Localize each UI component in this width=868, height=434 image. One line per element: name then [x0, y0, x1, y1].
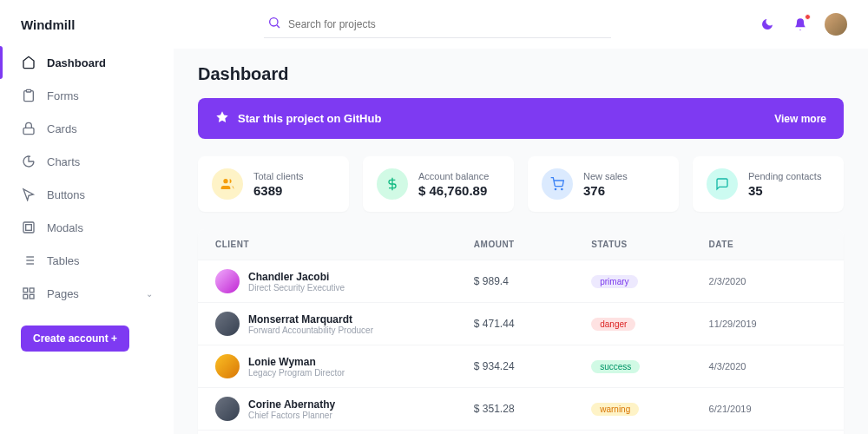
- stat-value: 376: [583, 183, 628, 198]
- search-icon: [267, 16, 281, 32]
- stat-label: Account balance: [418, 171, 489, 181]
- stat-icon: [707, 168, 738, 200]
- svg-rect-11: [30, 288, 34, 293]
- theme-toggle[interactable]: [759, 16, 776, 33]
- sidebar-item-charts[interactable]: Charts: [0, 145, 174, 178]
- client-role: Legacy Program Director: [248, 368, 345, 378]
- banner-link[interactable]: View more: [774, 113, 826, 125]
- stat-icon: [212, 168, 243, 200]
- brand-logo: Windmill: [0, 17, 174, 46]
- status-badge: primary: [591, 275, 637, 288]
- svg-point-18: [555, 188, 556, 189]
- github-banner[interactable]: Star this project on GitHub View more: [198, 98, 844, 139]
- sidebar-item-label: Buttons: [47, 188, 85, 201]
- sidebar-item-label: Cards: [47, 122, 77, 135]
- stat-card: Account balance$ 46,760.89: [363, 156, 514, 212]
- client-role: Forward Accountability Producer: [248, 326, 373, 335]
- client-date: 11/29/2019: [709, 319, 826, 329]
- stat-value: 6389: [253, 183, 303, 198]
- svg-point-19: [562, 188, 562, 189]
- stat-label: New sales: [583, 171, 628, 181]
- user-avatar[interactable]: [825, 13, 847, 36]
- sidebar-item-label: Charts: [47, 155, 80, 168]
- sidebar-item-label: Dashboard: [47, 56, 106, 69]
- create-account-button[interactable]: Create account +: [21, 326, 129, 352]
- table-row[interactable]: Corine AbernathyChief Factors Planner$ 3…: [198, 388, 844, 431]
- stat-value: 35: [748, 183, 821, 198]
- client-name: Lonie Wyman: [248, 356, 345, 368]
- svg-point-14: [270, 18, 278, 26]
- client-name: Monserrat Marquardt: [248, 313, 373, 326]
- clipboard-icon: [21, 88, 36, 103]
- client-avatar: [215, 269, 240, 293]
- client-amount: $ 471.44: [474, 318, 591, 330]
- stat-icon: [542, 168, 573, 200]
- sidebar-item-label: Forms: [47, 89, 79, 102]
- table-header: CLIENT AMOUNT STATUS DATE: [198, 229, 844, 260]
- layers-icon: [21, 220, 36, 235]
- th-status: STATUS: [591, 240, 708, 249]
- stat-card: Pending contacts35: [693, 156, 844, 212]
- table-row[interactable]: Monserrat MarquardtForward Accountabilit…: [198, 303, 844, 345]
- svg-marker-16: [216, 111, 227, 122]
- stat-card: New sales376: [528, 156, 679, 212]
- client-avatar: [215, 397, 240, 421]
- page-title: Dashboard: [198, 64, 844, 84]
- sidebar-item-pages[interactable]: Pages⌄: [0, 277, 174, 310]
- table-row[interactable]: Chandler JacobiDirect Security Executive…: [198, 260, 844, 303]
- search-input[interactable]: [288, 18, 608, 30]
- status-badge: warning: [591, 403, 639, 416]
- list-icon: [21, 253, 36, 268]
- sidebar-item-label: Pages: [47, 287, 79, 300]
- notification-dot: [805, 14, 811, 20]
- sidebar-item-buttons[interactable]: Buttons: [0, 178, 174, 211]
- clients-table: CLIENT AMOUNT STATUS DATE Chandler Jacob…: [198, 229, 844, 434]
- client-date: 2/3/2020: [709, 276, 826, 286]
- client-amount: $ 351.28: [474, 403, 591, 415]
- home-icon: [21, 55, 36, 70]
- svg-rect-1: [23, 128, 34, 134]
- svg-rect-13: [30, 294, 34, 299]
- table-row[interactable]: Lorenz BotsfordCentral Accountability De…: [198, 431, 844, 434]
- grid-icon: [21, 286, 36, 301]
- svg-rect-0: [26, 89, 30, 92]
- sidebar-item-modals[interactable]: Modals: [0, 211, 174, 244]
- th-client: CLIENT: [215, 240, 474, 249]
- chart-icon: [21, 154, 36, 169]
- star-icon: [215, 110, 229, 127]
- table-row[interactable]: Lonie WymanLegacy Program Director$ 934.…: [198, 345, 844, 388]
- client-avatar: [215, 312, 240, 336]
- stat-label: Pending contacts: [748, 171, 821, 181]
- sidebar: Windmill DashboardFormsCardsChartsButton…: [0, 0, 174, 434]
- stat-label: Total clients: [253, 171, 303, 181]
- client-role: Chief Factors Planner: [248, 411, 335, 420]
- stat-icon: [377, 168, 408, 200]
- sidebar-item-label: Modals: [47, 221, 83, 234]
- chevron-down-icon: ⌄: [146, 289, 153, 299]
- search-wrap[interactable]: [264, 10, 611, 38]
- banner-text: Star this project on GitHub: [238, 112, 381, 125]
- svg-rect-2: [23, 222, 34, 233]
- notifications-button[interactable]: [792, 16, 809, 33]
- sidebar-item-dashboard[interactable]: Dashboard: [0, 46, 174, 79]
- status-badge: success: [591, 360, 640, 373]
- client-amount: $ 934.24: [474, 360, 591, 372]
- stat-card: Total clients6389: [198, 156, 349, 212]
- client-name: Corine Abernathy: [248, 398, 335, 411]
- sidebar-item-tables[interactable]: Tables: [0, 244, 174, 277]
- svg-rect-12: [23, 294, 28, 299]
- status-badge: danger: [591, 318, 635, 331]
- stat-value: $ 46,760.89: [418, 183, 489, 198]
- sidebar-item-forms[interactable]: Forms: [0, 79, 174, 112]
- svg-rect-3: [26, 225, 32, 231]
- sidebar-item-cards[interactable]: Cards: [0, 112, 174, 145]
- svg-rect-10: [23, 288, 28, 293]
- client-name: Chandler Jacobi: [248, 271, 345, 283]
- svg-line-15: [277, 25, 279, 28]
- client-date: 6/21/2019: [709, 404, 826, 414]
- th-date: DATE: [709, 240, 826, 249]
- th-amount: AMOUNT: [474, 240, 591, 249]
- client-date: 4/3/2020: [709, 361, 826, 372]
- cursor-icon: [21, 187, 36, 202]
- client-amount: $ 989.4: [474, 275, 591, 287]
